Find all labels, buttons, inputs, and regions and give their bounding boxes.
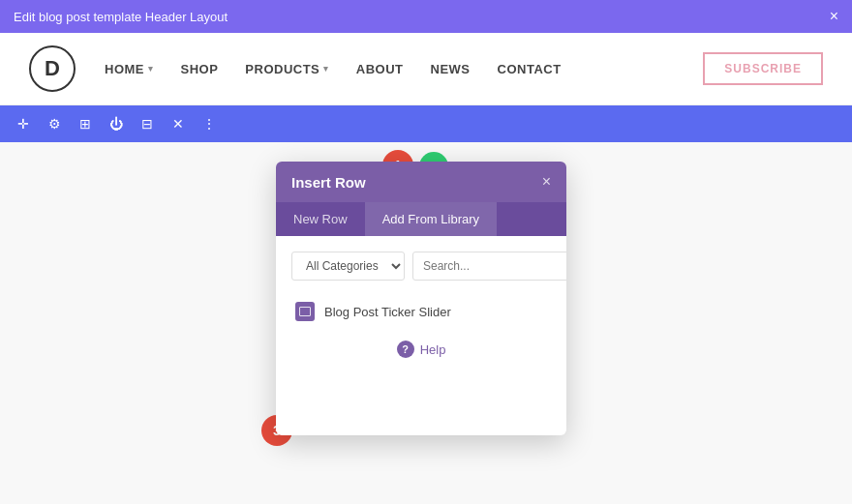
header-nav: D HOME ▾ SHOP PRODUCTS ▾ ABOUT NEWS CONT… xyxy=(0,33,852,105)
more-button[interactable]: ⋮ xyxy=(196,110,223,137)
nav-item-contact[interactable]: CONTACT xyxy=(498,62,562,76)
chevron-down-icon: ▾ xyxy=(148,64,154,74)
nav-item-home[interactable]: HOME ▾ xyxy=(105,62,154,76)
nav-item-news[interactable]: NEWS xyxy=(431,62,471,76)
filter-row: All Categories xyxy=(291,252,551,281)
nav-item-shop[interactable]: SHOP xyxy=(181,62,219,76)
library-item-label: Blog Post Ticker Slider xyxy=(324,305,451,319)
modal-header: Insert Row × xyxy=(276,162,566,202)
library-item[interactable]: Blog Post Ticker Slider xyxy=(291,294,551,329)
nav-item-about[interactable]: ABOUT xyxy=(356,62,404,76)
modal-title: Insert Row xyxy=(291,174,366,191)
chevron-down-icon: ▾ xyxy=(323,64,329,74)
modal-body: All Categories Blog Post Ticker Slider ?… xyxy=(276,236,566,435)
delete-button[interactable]: ⊟ xyxy=(134,110,161,137)
close-button[interactable]: ✕ xyxy=(165,110,192,137)
clone-button[interactable]: ⊞ xyxy=(72,110,99,137)
toggle-button[interactable]: ⏻ xyxy=(103,110,130,137)
toolbar: ✛ ⚙ ⊞ ⏻ ⊟ ✕ ⋮ xyxy=(0,105,852,142)
top-bar-close-icon[interactable]: × xyxy=(830,9,838,24)
main-content: 1 + 2 3 Insert Row × New Row Add From Li… xyxy=(0,142,852,504)
top-bar-title: Edit blog post template Header Layout xyxy=(14,10,228,24)
nav-item-products[interactable]: PRODUCTS ▾ xyxy=(245,62,328,76)
move-button[interactable]: ✛ xyxy=(10,110,37,137)
insert-row-modal: Insert Row × New Row Add From Library Al… xyxy=(276,162,566,435)
tab-add-from-library[interactable]: Add From Library xyxy=(365,202,497,236)
nav-left: D HOME ▾ SHOP PRODUCTS ▾ ABOUT NEWS CONT… xyxy=(29,45,562,92)
search-input[interactable] xyxy=(412,252,566,281)
category-select[interactable]: All Categories xyxy=(291,252,405,281)
settings-button[interactable]: ⚙ xyxy=(41,110,68,137)
logo: D xyxy=(29,45,76,92)
modal-footer-space xyxy=(291,362,551,420)
modal-tabs: New Row Add From Library xyxy=(276,202,566,236)
nav-menu: HOME ▾ SHOP PRODUCTS ▾ ABOUT NEWS CONTAC… xyxy=(105,62,562,76)
help-row[interactable]: ? Help xyxy=(291,329,551,362)
help-icon: ? xyxy=(397,341,414,358)
top-bar: Edit blog post template Header Layout × xyxy=(0,0,852,33)
tab-new-row[interactable]: New Row xyxy=(276,202,365,236)
help-label: Help xyxy=(420,342,446,357)
library-item-icon xyxy=(295,302,315,321)
subscribe-button[interactable]: SUBSCRIBE xyxy=(703,52,823,85)
modal-close-button[interactable]: × xyxy=(542,173,551,191)
